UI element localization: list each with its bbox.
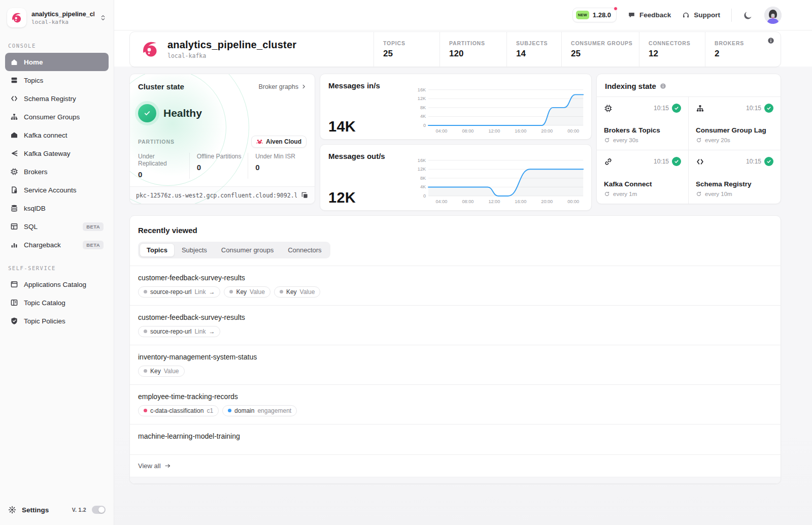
line-chart: 04K8K12K16K04:0008:0012:0016:0020:0000:0…	[414, 81, 586, 135]
sidebar-item-topics[interactable]: Topics	[5, 71, 109, 89]
content: analytics_pipeline_cluster local-kafka T…	[114, 30, 812, 484]
topic-name: customer-feedback-survey-results	[138, 313, 772, 321]
consumer-groups-icon	[696, 104, 704, 113]
svg-text:0: 0	[423, 123, 426, 128]
indexing-grid: 10:15 Brokers & Topics every 30s 10:15 C…	[597, 97, 781, 204]
service-accounts-icon	[10, 186, 18, 194]
refresh-icon	[604, 191, 610, 197]
tab-subjects[interactable]: Subjects	[175, 243, 214, 257]
settings-button[interactable]: Settings	[22, 506, 66, 514]
copy-icon[interactable]	[301, 191, 309, 199]
tag-pill: c-data-classification c1	[138, 405, 219, 416]
tag-pill: domain engagement	[222, 405, 297, 416]
indexing-cell-schema-registry[interactable]: 10:15 Schema Registry every 10m	[689, 150, 781, 204]
cluster-stat-brokers: BROKERS 2	[705, 32, 766, 67]
sidebar-item-topic-catalog[interactable]: Topic Catalog	[5, 293, 109, 312]
view-all-link[interactable]: View all	[130, 454, 781, 477]
support-button[interactable]: Support	[682, 11, 720, 19]
indexing-cell-brokers-topics[interactable]: 10:15 Brokers & Topics every 30s	[597, 97, 689, 150]
tag-dot	[280, 290, 283, 293]
sql-icon	[10, 222, 18, 231]
ksqldb-icon	[10, 204, 18, 212]
stat-label: BROKERS	[715, 40, 766, 46]
indexing-cell-kafka-connect[interactable]: 10:15 Kafka Connect every 1m	[597, 150, 689, 204]
notification-dot	[614, 7, 618, 11]
tag-pill: source-repo-url Link →	[138, 286, 220, 298]
theme-toggle[interactable]	[92, 506, 106, 514]
index-title: Schema Registry	[696, 180, 773, 188]
info-icon[interactable]	[660, 83, 666, 89]
chart-plot-area: 04K8K12K16K04:0008:0012:0016:0020:0000:0…	[414, 81, 586, 135]
metric-value: 0	[197, 163, 243, 172]
feedback-button[interactable]: Feedback	[628, 11, 671, 19]
cluster-stat-subjects: SUBJECTS 14	[506, 32, 561, 67]
sidebar-item-applications-catalog[interactable]: Applications Catalog	[5, 275, 109, 293]
cluster-subtitle: local-kafka	[167, 52, 296, 59]
svg-text:4K: 4K	[420, 185, 426, 190]
broker-graphs-link[interactable]: Broker graphs	[258, 83, 307, 90]
moon-icon[interactable]	[743, 10, 753, 20]
avatar-illustration	[764, 7, 782, 24]
tag-pill: source-repo-url Link →	[138, 326, 220, 337]
topic-row[interactable]: employee-time-tracking-records c-data-cl…	[130, 384, 781, 424]
index-time: 10:15	[746, 105, 761, 112]
workspace-switcher[interactable]: analytics_pipeline_cl… local-kafka	[0, 0, 114, 31]
tag-dot	[228, 409, 231, 412]
recently-viewed-card: Recently viewed TopicsSubjectsConsumer g…	[129, 215, 781, 484]
tab-consumer-groups[interactable]: Consumer groups	[214, 243, 281, 257]
sidebar-item-schema-registry[interactable]: Schema Registry	[5, 89, 109, 108]
line-chart: 04K8K12K16K04:0008:0012:0016:0020:0000:0…	[414, 152, 586, 206]
svg-text:8K: 8K	[420, 105, 426, 110]
healthy-check-icon	[138, 104, 156, 122]
sidebar-item-label: Topics	[24, 77, 104, 84]
tag-dot	[144, 369, 147, 373]
refresh-icon	[696, 137, 702, 143]
sidebar-item-service-accounts[interactable]: Service Accounts	[5, 181, 109, 199]
svg-text:12K: 12K	[418, 96, 426, 101]
main-area: NEW 1.28.0 Feedback Support	[114, 0, 812, 525]
tag-key: Key	[150, 368, 161, 375]
tab-topics[interactable]: Topics	[140, 243, 175, 257]
version-badge[interactable]: NEW 1.28.0	[572, 8, 617, 22]
index-time: 10:15	[746, 158, 761, 165]
arrow-right-icon: →	[209, 288, 215, 296]
sidebar-item-brokers[interactable]: Brokers	[5, 162, 109, 181]
chart-current-value: 14K	[328, 118, 414, 135]
chart-plot-area: 04K8K12K16K04:0008:0012:0016:0020:0000:0…	[414, 152, 586, 206]
sidebar-item-consumer-groups[interactable]: Consumer Groups	[5, 108, 109, 126]
success-check-icon	[672, 157, 681, 166]
topic-row[interactable]: customer-feedback-survey-results source-…	[130, 305, 781, 345]
topic-row[interactable]: inventory-management-system-status Key V…	[130, 345, 781, 384]
sidebar-item-home[interactable]: Home	[5, 53, 109, 71]
indexing-cell-consumer-group-lag[interactable]: 10:15 Consumer Group Lag every 20s	[689, 97, 781, 150]
sidebar-item-kafka-connect[interactable]: Kafka connect	[5, 126, 109, 144]
chevron-right-icon	[301, 84, 307, 89]
sidebar-item-sql[interactable]: SQLBETA	[5, 217, 109, 236]
link-icon	[604, 157, 613, 166]
tag-pill: Key Value	[274, 286, 321, 298]
tab-connectors[interactable]: Connectors	[281, 243, 328, 257]
stat-value: 25	[571, 49, 639, 59]
sidebar-item-topic-policies[interactable]: Topic Policies	[5, 312, 109, 330]
sidebar-item-ksqldb[interactable]: ksqlDB	[5, 199, 109, 217]
gear-icon	[8, 506, 16, 514]
topic-tags: source-repo-url Link → Key Value Key Val…	[138, 286, 772, 298]
topic-row[interactable]: machine-learning-model-training	[130, 424, 781, 454]
header-info-icon[interactable]	[767, 37, 774, 44]
refresh-icon	[696, 191, 702, 197]
svg-text:8K: 8K	[420, 176, 426, 181]
health-status: Healthy	[163, 107, 202, 119]
workspace-name: analytics_pipeline_cl…	[31, 11, 94, 18]
topic-row[interactable]: customer-feedback-survey-results source-…	[130, 266, 781, 305]
user-avatar[interactable]	[764, 7, 782, 24]
stat-value: 25	[383, 49, 439, 59]
svg-text:20:00: 20:00	[541, 199, 553, 204]
stat-value: 120	[449, 49, 506, 59]
sidebar-item-chargeback[interactable]: ChargebackBETA	[5, 236, 109, 254]
partition-metric: Under Replicated 0	[138, 153, 189, 179]
version-number: 1.28.0	[593, 11, 611, 19]
tag-dot	[229, 290, 233, 293]
schema-registry-icon	[10, 94, 18, 103]
cluster-header-card: analytics_pipeline_cluster local-kafka T…	[129, 31, 781, 67]
sidebar-item-kafka-gateway[interactable]: Kafka Gateway	[5, 144, 109, 162]
